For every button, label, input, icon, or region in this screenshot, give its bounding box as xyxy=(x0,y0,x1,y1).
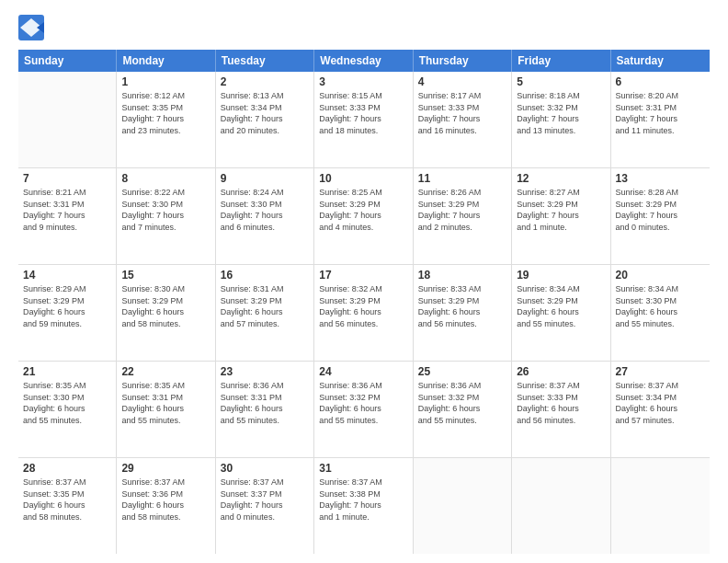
cell-info: Sunrise: 8:13 AM Sunset: 3:34 PM Dayligh… xyxy=(221,90,309,136)
calendar-cell: 4Sunrise: 8:17 AM Sunset: 3:33 PM Daylig… xyxy=(414,72,512,167)
cell-info: Sunrise: 8:30 AM Sunset: 3:29 PM Dayligh… xyxy=(121,283,210,329)
calendar-row-2: 7Sunrise: 8:21 AM Sunset: 3:31 PM Daylig… xyxy=(18,168,710,265)
day-number: 9 xyxy=(221,172,309,185)
day-number: 13 xyxy=(616,172,705,185)
weekday-header-friday: Friday xyxy=(512,50,610,72)
day-number: 2 xyxy=(221,75,309,88)
weekday-header-saturday: Saturday xyxy=(611,50,710,72)
cell-info: Sunrise: 8:35 AM Sunset: 3:31 PM Dayligh… xyxy=(121,380,210,426)
day-number: 8 xyxy=(121,172,210,185)
calendar-row-3: 14Sunrise: 8:29 AM Sunset: 3:29 PM Dayli… xyxy=(18,265,710,362)
day-number: 23 xyxy=(221,365,309,378)
logo xyxy=(18,15,48,40)
weekday-header-thursday: Thursday xyxy=(414,50,512,72)
day-number: 20 xyxy=(616,269,705,282)
cell-info: Sunrise: 8:34 AM Sunset: 3:29 PM Dayligh… xyxy=(517,283,605,329)
cell-info: Sunrise: 8:17 AM Sunset: 3:33 PM Dayligh… xyxy=(418,90,506,136)
calendar-cell: 16Sunrise: 8:31 AM Sunset: 3:29 PM Dayli… xyxy=(216,265,314,361)
weekday-header-tuesday: Tuesday xyxy=(216,50,314,72)
day-number: 26 xyxy=(517,365,605,378)
calendar-cell: 2Sunrise: 8:13 AM Sunset: 3:34 PM Daylig… xyxy=(216,72,314,167)
calendar-cell: 19Sunrise: 8:34 AM Sunset: 3:29 PM Dayli… xyxy=(512,265,610,361)
cell-info: Sunrise: 8:33 AM Sunset: 3:29 PM Dayligh… xyxy=(418,283,506,329)
calendar-cell: 14Sunrise: 8:29 AM Sunset: 3:29 PM Dayli… xyxy=(18,265,117,361)
day-number: 10 xyxy=(319,172,407,185)
day-number: 22 xyxy=(121,365,210,378)
cell-info: Sunrise: 8:18 AM Sunset: 3:32 PM Dayligh… xyxy=(517,90,605,136)
cell-info: Sunrise: 8:15 AM Sunset: 3:33 PM Dayligh… xyxy=(319,90,407,136)
weekday-header-wednesday: Wednesday xyxy=(314,50,413,72)
calendar-cell: 7Sunrise: 8:21 AM Sunset: 3:31 PM Daylig… xyxy=(18,168,117,264)
day-number: 11 xyxy=(418,172,506,185)
day-number: 29 xyxy=(121,462,210,475)
calendar-cell: 22Sunrise: 8:35 AM Sunset: 3:31 PM Dayli… xyxy=(117,362,215,457)
cell-info: Sunrise: 8:29 AM Sunset: 3:29 PM Dayligh… xyxy=(23,283,111,329)
calendar-cell: 28Sunrise: 8:37 AM Sunset: 3:35 PM Dayli… xyxy=(18,458,117,554)
page: SundayMondayTuesdayWednesdayThursdayFrid… xyxy=(0,0,728,563)
cell-info: Sunrise: 8:31 AM Sunset: 3:29 PM Dayligh… xyxy=(221,283,309,329)
day-number: 15 xyxy=(121,269,210,282)
cell-info: Sunrise: 8:36 AM Sunset: 3:32 PM Dayligh… xyxy=(319,380,407,426)
cell-info: Sunrise: 8:37 AM Sunset: 3:37 PM Dayligh… xyxy=(221,477,309,523)
calendar-cell xyxy=(18,72,117,167)
calendar-cell: 27Sunrise: 8:37 AM Sunset: 3:34 PM Dayli… xyxy=(611,362,710,457)
cell-info: Sunrise: 8:12 AM Sunset: 3:35 PM Dayligh… xyxy=(121,90,210,136)
cell-info: Sunrise: 8:28 AM Sunset: 3:29 PM Dayligh… xyxy=(616,187,705,233)
cell-info: Sunrise: 8:22 AM Sunset: 3:30 PM Dayligh… xyxy=(121,187,210,233)
logo-icon xyxy=(18,15,44,40)
cell-info: Sunrise: 8:26 AM Sunset: 3:29 PM Dayligh… xyxy=(418,187,506,233)
calendar-cell: 12Sunrise: 8:27 AM Sunset: 3:29 PM Dayli… xyxy=(512,168,610,264)
day-number: 28 xyxy=(23,462,111,475)
day-number: 19 xyxy=(517,269,605,282)
day-number: 27 xyxy=(616,365,705,378)
calendar-cell: 1Sunrise: 8:12 AM Sunset: 3:35 PM Daylig… xyxy=(117,72,215,167)
day-number: 5 xyxy=(517,75,605,88)
calendar-cell: 5Sunrise: 8:18 AM Sunset: 3:32 PM Daylig… xyxy=(512,72,610,167)
day-number: 31 xyxy=(319,462,407,475)
header xyxy=(18,15,710,40)
calendar-cell: 30Sunrise: 8:37 AM Sunset: 3:37 PM Dayli… xyxy=(216,458,314,554)
cell-info: Sunrise: 8:32 AM Sunset: 3:29 PM Dayligh… xyxy=(319,283,407,329)
day-number: 16 xyxy=(221,269,309,282)
calendar-body: 1Sunrise: 8:12 AM Sunset: 3:35 PM Daylig… xyxy=(18,72,710,554)
cell-info: Sunrise: 8:37 AM Sunset: 3:34 PM Dayligh… xyxy=(616,380,705,426)
calendar-cell: 6Sunrise: 8:20 AM Sunset: 3:31 PM Daylig… xyxy=(611,72,710,167)
day-number: 6 xyxy=(616,75,705,88)
cell-info: Sunrise: 8:24 AM Sunset: 3:30 PM Dayligh… xyxy=(221,187,309,233)
cell-info: Sunrise: 8:37 AM Sunset: 3:33 PM Dayligh… xyxy=(517,380,605,426)
day-number: 12 xyxy=(517,172,605,185)
day-number: 21 xyxy=(23,365,111,378)
calendar-cell: 25Sunrise: 8:36 AM Sunset: 3:32 PM Dayli… xyxy=(414,362,512,457)
calendar-cell: 8Sunrise: 8:22 AM Sunset: 3:30 PM Daylig… xyxy=(117,168,215,264)
day-number: 25 xyxy=(418,365,506,378)
calendar-cell: 9Sunrise: 8:24 AM Sunset: 3:30 PM Daylig… xyxy=(216,168,314,264)
calendar-row-5: 28Sunrise: 8:37 AM Sunset: 3:35 PM Dayli… xyxy=(18,458,710,554)
cell-info: Sunrise: 8:21 AM Sunset: 3:31 PM Dayligh… xyxy=(23,187,111,233)
calendar-cell: 29Sunrise: 8:37 AM Sunset: 3:36 PM Dayli… xyxy=(117,458,215,554)
cell-info: Sunrise: 8:37 AM Sunset: 3:38 PM Dayligh… xyxy=(319,477,407,523)
calendar-cell: 20Sunrise: 8:34 AM Sunset: 3:30 PM Dayli… xyxy=(611,265,710,361)
cell-info: Sunrise: 8:34 AM Sunset: 3:30 PM Dayligh… xyxy=(616,283,705,329)
calendar-header: SundayMondayTuesdayWednesdayThursdayFrid… xyxy=(18,50,710,72)
day-number: 1 xyxy=(121,75,210,88)
calendar-cell: 24Sunrise: 8:36 AM Sunset: 3:32 PM Dayli… xyxy=(314,362,413,457)
calendar-cell: 15Sunrise: 8:30 AM Sunset: 3:29 PM Dayli… xyxy=(117,265,215,361)
cell-info: Sunrise: 8:36 AM Sunset: 3:32 PM Dayligh… xyxy=(418,380,506,426)
weekday-header-sunday: Sunday xyxy=(18,50,117,72)
calendar-cell: 23Sunrise: 8:36 AM Sunset: 3:31 PM Dayli… xyxy=(216,362,314,457)
calendar: SundayMondayTuesdayWednesdayThursdayFrid… xyxy=(18,50,710,554)
cell-info: Sunrise: 8:27 AM Sunset: 3:29 PM Dayligh… xyxy=(517,187,605,233)
cell-info: Sunrise: 8:25 AM Sunset: 3:29 PM Dayligh… xyxy=(319,187,407,233)
calendar-cell xyxy=(512,458,610,554)
calendar-cell xyxy=(611,458,710,554)
calendar-cell xyxy=(414,458,512,554)
cell-info: Sunrise: 8:37 AM Sunset: 3:35 PM Dayligh… xyxy=(23,477,111,523)
calendar-cell: 10Sunrise: 8:25 AM Sunset: 3:29 PM Dayli… xyxy=(314,168,413,264)
day-number: 30 xyxy=(221,462,309,475)
cell-info: Sunrise: 8:20 AM Sunset: 3:31 PM Dayligh… xyxy=(616,90,705,136)
calendar-row-4: 21Sunrise: 8:35 AM Sunset: 3:30 PM Dayli… xyxy=(18,362,710,458)
calendar-cell: 11Sunrise: 8:26 AM Sunset: 3:29 PM Dayli… xyxy=(414,168,512,264)
day-number: 18 xyxy=(418,269,506,282)
calendar-row-1: 1Sunrise: 8:12 AM Sunset: 3:35 PM Daylig… xyxy=(18,72,710,168)
calendar-cell: 31Sunrise: 8:37 AM Sunset: 3:38 PM Dayli… xyxy=(314,458,413,554)
